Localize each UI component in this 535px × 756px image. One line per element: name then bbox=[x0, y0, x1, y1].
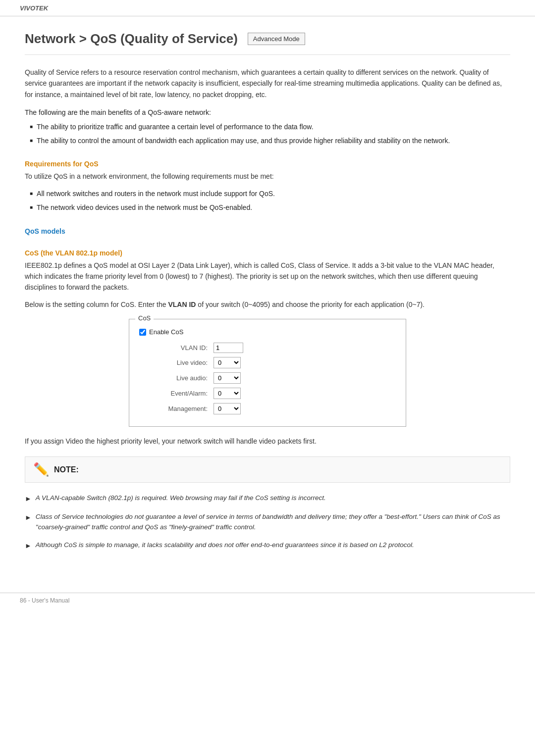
benefits-list: The ability to prioritize traffic and gu… bbox=[25, 121, 510, 147]
enable-cos-row: Enable CoS bbox=[139, 328, 396, 336]
note-arrow-icon: ► bbox=[25, 540, 32, 551]
benefits-section: The following are the main benefits of a… bbox=[25, 107, 510, 146]
cos-heading: CoS (the VLAN 802.1p model) bbox=[25, 249, 510, 257]
vlan-id-input[interactable] bbox=[214, 343, 243, 353]
note-item-1: ► A VLAN-capable Switch (802.1p) is requ… bbox=[25, 493, 510, 504]
event-alarm-row: Event/Alarm: 0123 4567 bbox=[139, 388, 396, 399]
cos-paragraph1: IEEE802.1p defines a QoS model at OSI La… bbox=[25, 260, 510, 293]
top-bar: VIVOTEK bbox=[0, 0, 535, 16]
list-item: The ability to prioritize traffic and gu… bbox=[25, 121, 510, 132]
live-video-select[interactable]: 0123 4567 bbox=[214, 357, 241, 368]
main-content: Network > QoS (Quality of Service) Advan… bbox=[0, 16, 535, 578]
footer: 86 - User's Manual bbox=[0, 593, 535, 608]
note-arrow-icon: ► bbox=[25, 493, 32, 504]
cos-legend: CoS bbox=[135, 314, 154, 322]
note-icon: ✏️ bbox=[33, 462, 49, 477]
cos-settings-box: CoS Enable CoS VLAN ID: Live video: 0123… bbox=[129, 319, 406, 427]
live-audio-select[interactable]: 0123 4567 bbox=[214, 372, 241, 384]
qos-models-link[interactable]: QoS models bbox=[25, 227, 510, 235]
intro-paragraph: Quality of Service refers to a resource … bbox=[25, 67, 510, 100]
live-audio-label: Live audio: bbox=[154, 374, 214, 382]
requirements-intro: To utilize QoS in a network environment,… bbox=[25, 171, 510, 182]
live-audio-row: Live audio: 0123 4567 bbox=[139, 372, 396, 384]
vlan-id-label: VLAN ID: bbox=[154, 344, 214, 352]
note-box: ✏️ NOTE: bbox=[25, 456, 510, 483]
page-title: Network > QoS (Quality of Service) bbox=[25, 31, 238, 47]
requirements-list: All network switches and routers in the … bbox=[25, 188, 510, 213]
vlan-bold: VLAN ID bbox=[168, 301, 196, 308]
list-item: All network switches and routers in the … bbox=[25, 188, 510, 199]
vlan-id-row: VLAN ID: bbox=[139, 343, 396, 353]
event-alarm-select[interactable]: 0123 4567 bbox=[214, 388, 241, 399]
footer-text: 86 - User's Manual bbox=[20, 597, 69, 604]
note-item-2: ► Class of Service technologies do not g… bbox=[25, 511, 510, 533]
management-label: Management: bbox=[154, 405, 214, 412]
event-alarm-label: Event/Alarm: bbox=[154, 390, 214, 397]
cos-after-box: If you assign Video the highest priority… bbox=[25, 436, 510, 447]
requirements-heading: Requirements for QoS bbox=[25, 160, 510, 168]
advanced-mode-button[interactable]: Advanced Mode bbox=[248, 33, 305, 45]
live-video-row: Live video: 0123 4567 bbox=[139, 357, 396, 368]
brand-logo: VIVOTEK bbox=[20, 4, 48, 12]
page-header: Network > QoS (Quality of Service) Advan… bbox=[25, 31, 510, 55]
enable-cos-label: Enable CoS bbox=[149, 328, 183, 336]
note-label: NOTE: bbox=[54, 465, 79, 474]
note-arrow-icon: ► bbox=[25, 512, 32, 523]
management-row: Management: 0123 4567 bbox=[139, 403, 396, 414]
management-select[interactable]: 0123 4567 bbox=[214, 403, 241, 414]
note-item-3: ► Although CoS is simple to manage, it l… bbox=[25, 540, 510, 551]
cos-paragraph2: Below is the setting column for CoS. Ent… bbox=[25, 299, 510, 310]
list-item: The network video devices used in the ne… bbox=[25, 202, 510, 213]
live-video-label: Live video: bbox=[154, 359, 214, 366]
enable-cos-checkbox[interactable] bbox=[139, 329, 146, 336]
list-item: The ability to control the amount of ban… bbox=[25, 135, 510, 146]
bullet-intro: The following are the main benefits of a… bbox=[25, 107, 510, 118]
